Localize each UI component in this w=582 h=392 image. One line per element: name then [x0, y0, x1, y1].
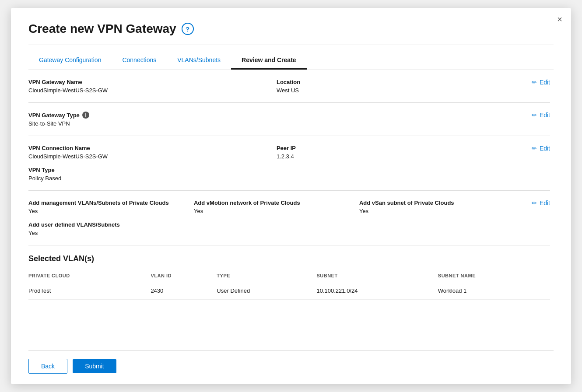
vpn-connection-name-label: VPN Connection Name	[28, 145, 277, 151]
tab-vlans-subnets[interactable]: VLANs/Subnets	[167, 52, 231, 70]
connection-edit-label: Edit	[540, 145, 550, 152]
vmotion-group: Add vMotion network of Private Clouds Ye…	[194, 200, 359, 214]
vpn-type-label: VPN Type	[28, 167, 525, 173]
close-button[interactable]: ×	[557, 15, 562, 24]
modal-title-text: Create new VPN Gateway	[28, 22, 176, 36]
create-vpn-gateway-modal: × Create new VPN Gateway ? Gateway Confi…	[11, 8, 571, 384]
col-private-cloud: PRIVATE CLOUD	[28, 270, 151, 282]
modal-title-row: Create new VPN Gateway ?	[28, 22, 554, 36]
table-header-row: PRIVATE CLOUD VLAN ID TYPE SUBNET SUBNET…	[28, 270, 550, 282]
info-icon[interactable]: i	[82, 112, 89, 119]
connection-edit-button[interactable]: ✏ Edit	[525, 145, 550, 152]
col-subnet: SUBNET	[316, 270, 438, 282]
vlan-toggles-section: Add management VLANs/Subnets of Private …	[28, 191, 550, 245]
vlan-edit-label: Edit	[540, 200, 550, 206]
title-divider	[28, 45, 554, 45]
edit-pencil-icon: ✏	[532, 79, 537, 86]
location-group: Location West US	[277, 79, 525, 94]
gateway-type-fields: VPN Gateway Type i Site-to-Site VPN	[28, 112, 525, 127]
tab-connections[interactable]: Connections	[112, 52, 167, 70]
vpn-connection-name-group: VPN Connection Name CloudSimple-WestUS-S…	[28, 145, 277, 160]
gateway-name-edit-button[interactable]: ✏ Edit	[525, 79, 550, 86]
vpn-type-group: VPN Type Policy Based	[28, 167, 525, 182]
user-defined-vlan-group: Add user defined VLANS/Subnets Yes	[28, 221, 525, 236]
user-defined-vlan-value: Yes	[28, 230, 525, 236]
location-label: Location	[277, 79, 525, 85]
cell-type: User Defined	[217, 282, 316, 300]
vlan-toggles-fields: Add management VLANs/Subnets of Private …	[28, 200, 525, 236]
vpn-gateway-type-group: VPN Gateway Type i Site-to-Site VPN	[28, 112, 525, 127]
mgmt-vlan-value: Yes	[28, 208, 194, 214]
gateway-type-row: VPN Gateway Type i Site-to-Site VPN ✏ Ed…	[28, 112, 550, 127]
gateway-name-row: VPN Gateway Name CloudSimple-WestUS-S2S-…	[28, 79, 550, 94]
gateway-name-section: VPN Gateway Name CloudSimple-WestUS-S2S-…	[28, 70, 550, 103]
connection-row: VPN Connection Name CloudSimple-WestUS-S…	[28, 145, 550, 182]
mgmt-vlan-group: Add management VLANs/Subnets of Private …	[28, 200, 194, 214]
user-defined-vlan-label: Add user defined VLANS/Subnets	[28, 221, 525, 228]
cell-vlan_id: 2430	[151, 282, 217, 300]
vpn-gateway-name-group: VPN Gateway Name CloudSimple-WestUS-S2S-…	[28, 79, 277, 94]
gateway-type-edit-label: Edit	[540, 112, 550, 119]
vpn-connection-name-value: CloudSimple-WestUS-S2S-GW	[28, 153, 277, 160]
table-row: ProdTest2430User Defined10.100.221.0/24W…	[28, 282, 550, 300]
gateway-type-section: VPN Gateway Type i Site-to-Site VPN ✏ Ed…	[28, 103, 550, 136]
edit-pencil-icon-4: ✏	[532, 200, 537, 206]
cell-private_cloud: ProdTest	[28, 282, 151, 300]
location-value: West US	[277, 87, 525, 94]
footer: Back Submit	[28, 350, 554, 384]
peer-ip-group: Peer IP 1.2.3.4	[277, 145, 525, 160]
selected-vlans-section: Selected VLAN(s) PRIVATE CLOUD VLAN ID T…	[28, 245, 550, 304]
submit-button[interactable]: Submit	[73, 359, 116, 373]
cell-subnet_name: Workload 1	[438, 282, 550, 300]
vpn-gateway-type-value: Site-to-Site VPN	[28, 120, 525, 127]
vlan-toggles-row: Add management VLANs/Subnets of Private …	[28, 200, 550, 236]
gateway-name-edit-label: Edit	[540, 79, 550, 86]
gateway-type-edit-button[interactable]: ✏ Edit	[525, 112, 550, 119]
vpn-gateway-name-label: VPN Gateway Name	[28, 79, 277, 85]
vmotion-value: Yes	[194, 208, 359, 214]
content-area: VPN Gateway Name CloudSimple-WestUS-S2S-…	[28, 70, 554, 350]
help-icon[interactable]: ?	[182, 23, 194, 35]
connection-fields: VPN Connection Name CloudSimple-WestUS-S…	[28, 145, 525, 182]
vlans-table: PRIVATE CLOUD VLAN ID TYPE SUBNET SUBNET…	[28, 270, 550, 300]
col-vlan-id: VLAN ID	[151, 270, 217, 282]
vlan-top-row: Add management VLANs/Subnets of Private …	[28, 200, 525, 214]
selected-vlans-title: Selected VLAN(s)	[28, 254, 550, 263]
peer-ip-label: Peer IP	[277, 145, 525, 151]
vpn-gateway-type-label: VPN Gateway Type i	[28, 112, 525, 119]
vpn-gateway-name-value: CloudSimple-WestUS-S2S-GW	[28, 87, 277, 94]
vpn-type-value: Policy Based	[28, 175, 525, 182]
vlan-edit-button[interactable]: ✏ Edit	[525, 200, 550, 206]
gateway-name-fields: VPN Gateway Name CloudSimple-WestUS-S2S-…	[28, 79, 525, 94]
back-button[interactable]: Back	[28, 359, 67, 374]
peer-ip-value: 1.2.3.4	[277, 153, 525, 160]
cell-subnet: 10.100.221.0/24	[316, 282, 438, 300]
connection-top-row: VPN Connection Name CloudSimple-WestUS-S…	[28, 145, 525, 160]
vsan-value: Yes	[359, 208, 525, 214]
edit-pencil-icon-3: ✏	[532, 145, 537, 152]
tab-bar: Gateway Configuration Connections VLANs/…	[28, 52, 554, 70]
vsan-label: Add vSan subnet of Private Clouds	[359, 200, 525, 206]
col-subnet-name: SUBNET NAME	[438, 270, 550, 282]
tab-review-and-create[interactable]: Review and Create	[231, 52, 307, 70]
edit-pencil-icon-2: ✏	[532, 112, 537, 119]
mgmt-vlan-label: Add management VLANs/Subnets of Private …	[28, 200, 194, 206]
tab-gateway-configuration[interactable]: Gateway Configuration	[28, 52, 112, 70]
vmotion-label: Add vMotion network of Private Clouds	[194, 200, 359, 206]
vsan-group: Add vSan subnet of Private Clouds Yes	[359, 200, 525, 214]
connection-section: VPN Connection Name CloudSimple-WestUS-S…	[28, 136, 550, 191]
col-type: TYPE	[217, 270, 316, 282]
